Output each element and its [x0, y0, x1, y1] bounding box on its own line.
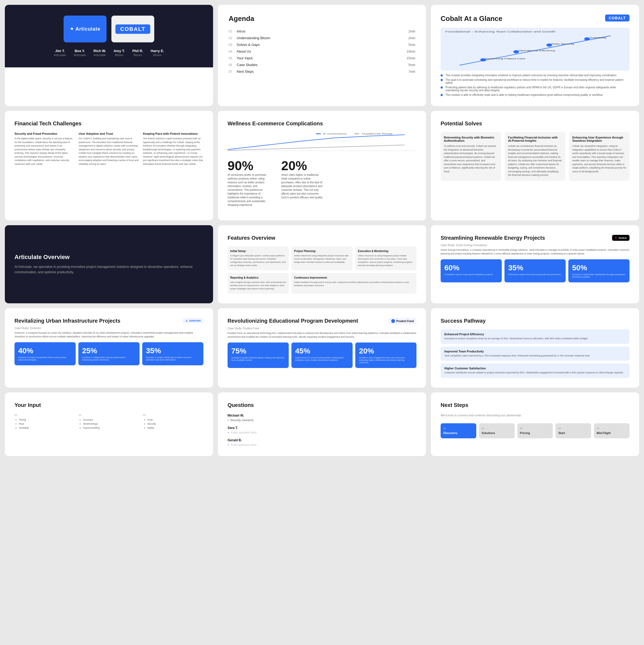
card-renewable: Streamlining Renewable Energy Projects ✕…	[431, 225, 639, 303]
card-fintech: Financial Tech Challenges Security and F…	[5, 111, 213, 220]
solve-box-1: Reinventing Security with Biometric Auth…	[440, 132, 501, 181]
renewable-stats: 60% Completion rate for solar panel inst…	[440, 259, 630, 282]
nextsteps-grid: 01 Discovery 02 Solutions 03 Pricing 04 …	[440, 423, 630, 438]
feature-reporting: Reporting & Analytics: Gain insights thr…	[228, 273, 289, 294]
person-org: Articulate	[73, 53, 86, 57]
urban-case-label: Case Study: Zonecom	[14, 327, 204, 330]
person-bea: Bea Y. Articulate	[73, 49, 86, 57]
features-grid: Initial Setup: Configure your Articulate…	[228, 246, 416, 294]
person-org: Bloom	[113, 53, 125, 57]
fintech-col-3: Keeping Pace with Fintech Innovations Th…	[143, 132, 204, 166]
input-list-1: Timing Pace Schedule	[14, 418, 75, 430]
urban-desc: Zonecom, a company focused on smart city…	[14, 331, 204, 339]
urban-header: Revitalizing Urban Infrastructure Projec…	[14, 318, 204, 324]
person-jim: Jim T. Articulate	[54, 49, 66, 57]
stat-60: 60% Completion rate for solar panel inst…	[440, 259, 502, 282]
person-harry: Harry E. Bloom	[151, 49, 164, 57]
renewable-title: Streamlining Renewable Energy Projects	[440, 235, 545, 241]
person-name: Bea Y.	[73, 49, 86, 53]
person-org: Bloom	[151, 53, 164, 57]
card-nextsteps: Next Steps We'd love to connect and cont…	[431, 392, 639, 456]
person-name: Amy T.	[113, 49, 125, 53]
prudent-logo-icon	[391, 319, 395, 323]
list-item: Schedule	[19, 426, 75, 430]
urban-stat-35: 35% Increase in project clarity due to b…	[142, 342, 204, 365]
card-overview: Articulate Overview At Articulate, we sp…	[5, 225, 213, 303]
urban-stat-40: 40% Increase in project cooperation time…	[14, 342, 76, 365]
wellness-chart: E-commerce Traditional Retail	[228, 132, 416, 154]
agenda-item-05: 05 Your Input 15min	[229, 56, 415, 60]
person-name: Jim T.	[54, 49, 66, 53]
list-item: Future-proofing	[83, 426, 139, 430]
nextstep-discovery[interactable]: 01 Discovery	[440, 423, 476, 438]
intro-section: ✦ Articulate COBALT Jim T. Articulate Be…	[5, 5, 213, 67]
dot-icon	[440, 79, 443, 81]
person-rich: Rich W. Articulate	[93, 49, 106, 57]
edu-title: Revolutionizing Educational Program Deve…	[228, 318, 358, 324]
person-name: Rich W.	[93, 49, 106, 53]
glance-title: Cobalt At a Glance	[440, 14, 502, 23]
person-org: Bloom	[132, 53, 143, 57]
list-item: Security	[147, 422, 204, 426]
person-phil: Phil R. Bloom	[132, 49, 143, 57]
cobalt-badge-logo: COBALT	[115, 24, 150, 34]
wellness-stats: 90% of consumers prefer to purchase well…	[228, 158, 416, 207]
people-row: Jim T. Articulate Bea Y. Articulate Rich…	[54, 49, 164, 57]
stat-20: 20% return rates higher in traditional r…	[281, 158, 324, 207]
card-wellness: Wellness E-commerce Complications E-comm…	[218, 111, 426, 220]
cobalt-logo: COBALT	[111, 16, 154, 42]
solves-columns: Reinventing Security with Biometric Auth…	[440, 132, 630, 181]
wellness-title: Wellness E-commerce Complications	[228, 121, 416, 127]
card-glance: Cobalt At a Glance COBALT Foundational –…	[431, 5, 639, 106]
feature-project-planning: Project Planning: Define milestones usin…	[291, 246, 353, 270]
nextstep-midflight[interactable]: 05 Mid-Flight	[594, 423, 630, 438]
person-amy: Amy T. Bloom	[113, 49, 125, 57]
nextstep-pricing[interactable]: 03 Pricing	[517, 423, 553, 438]
features-title: Features Overview	[228, 235, 416, 241]
card-agenda: Agenda 01 Intros 2min 02 Understanding B…	[218, 5, 426, 106]
dot-icon	[440, 86, 443, 88]
renewable-desc: Green Energy Innovations, a company spec…	[440, 248, 630, 255]
list-item: Timing	[19, 418, 75, 422]
urban-stat-25: 25% Increase in collaboration among stak…	[78, 342, 139, 365]
lumo-logo: ✕ lumo	[612, 235, 630, 241]
logos-row: ✦ Articulate COBALT	[64, 16, 154, 42]
input-columns: 01 Timing Pace Schedule 02 Accuracy Shor…	[14, 414, 204, 430]
svg-rect-12	[316, 134, 321, 134]
nextstep-solutions[interactable]: 02 Solutions	[479, 423, 515, 438]
solve-box-2: Facilitating Financial Inclusion with AI…	[505, 132, 565, 181]
glance-chart-svg: Foundational – Enhancing Team Collaborat…	[440, 28, 630, 70]
renewable-case-label: Case Study: Green Energy Innovations	[440, 244, 630, 247]
card-input: Your Input 01 Timing Pace Schedule 02 Ac…	[5, 392, 213, 456]
svg-point-6	[584, 37, 590, 40]
fintech-col-1: Security and Fraud Prevention In the dig…	[14, 132, 75, 166]
success-productivity: Improved Team Productivity Task completi…	[440, 347, 630, 361]
feature-execution: Execution & Monitoring: Utilize resource…	[355, 246, 416, 270]
agenda-item-06: 06 Case Studies 5min	[229, 63, 415, 67]
dot-icon	[440, 94, 443, 96]
glance-item-2: The goal is to automate scheduling and o…	[440, 78, 630, 84]
question-answer-sara: + Enter question here	[228, 431, 416, 434]
solve-box-3: Enhancing User Experience through Seamle…	[569, 132, 630, 181]
edu-stat-20: 20% Growth in user engagement with core …	[355, 343, 416, 368]
nextstep-start[interactable]: 04 Start	[556, 423, 591, 438]
input-list-3: Trust Security Safety	[143, 418, 204, 430]
list-item: Shortcomings	[83, 422, 139, 426]
nextsteps-subtitle: We'd love to connect and continue discus…	[440, 414, 630, 417]
svg-point-3	[480, 58, 486, 61]
card-questions: Questions Michael W. • Security concerns…	[218, 392, 426, 456]
person-name: Harry E.	[151, 49, 164, 53]
success-items: Enhanced Project Efficiency Decrease in …	[440, 330, 630, 378]
edu-stats: 75% Increase in project delivery speed, …	[228, 343, 416, 368]
person-org: Articulate	[93, 53, 106, 57]
fintech-col-2: User Adoption and Trust For CoBALT, buil…	[79, 132, 139, 166]
input-col-1: 01 Timing Pace Schedule	[14, 414, 75, 430]
card-features: Features Overview Initial Setup: Configu…	[218, 225, 426, 303]
svg-rect-14	[354, 134, 359, 134]
stat-90: 90% of consumers prefer to purchase well…	[228, 158, 271, 207]
edu-stat-75: 75% Increase in project delivery speed, …	[228, 343, 289, 368]
urban-stats: 40% Increase in project cooperation time…	[14, 342, 204, 365]
stat-50: 50% Increase in stakeholder satisfaction…	[568, 259, 630, 282]
svg-text:Foundational – Enhancing Team : Foundational – Enhancing Team Collaborat…	[445, 30, 556, 33]
svg-text:Scalability: Scalability	[589, 36, 606, 39]
